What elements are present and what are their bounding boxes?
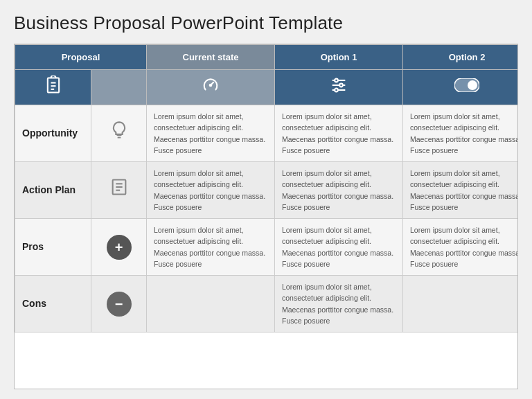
opportunity-opt2-text: Lorem ipsum dolor sit amet, consectetuer… (403, 105, 519, 162)
minus-icon: − (107, 292, 132, 317)
svg-point-13 (468, 80, 477, 90)
row-label-pros: Pros (15, 219, 91, 276)
pros-current-text: Lorem ipsum dolor sit amet, consectetuer… (147, 219, 275, 276)
sliders-icon (329, 76, 348, 95)
opt1-icon-cell (275, 70, 403, 105)
table-row: Action Plan Lorem ipsum dolor sit amet, … (15, 162, 519, 219)
page-title: Business Proposal PowerPoint Template (14, 12, 518, 34)
svg-point-9 (339, 84, 343, 87)
speedometer-icon (201, 76, 220, 95)
action-plan-opt1-text: Lorem ipsum dolor sit amet, consectetuer… (275, 162, 403, 219)
table-row: Opportunity Lorem ipsum dolor sit amet, … (15, 105, 519, 162)
row-label-action-plan: Action Plan (15, 162, 91, 219)
clipboard-icon (44, 76, 63, 95)
header-row: Proposal Current state Option 1 Option 2 (15, 45, 519, 70)
page: Business Proposal PowerPoint Template Pr… (0, 0, 532, 399)
th-opt1: Option 1 (275, 45, 403, 70)
row-label-cons: Cons (15, 276, 91, 332)
lightbulb-icon (109, 121, 129, 140)
svg-rect-0 (47, 78, 58, 93)
svg-point-8 (335, 79, 338, 82)
th-proposal: Proposal (15, 45, 147, 70)
pros-opt1-text: Lorem ipsum dolor sit amet, consectetuer… (275, 219, 403, 276)
list-icon (109, 177, 129, 197)
icon-row (15, 70, 519, 105)
proposal-icon-cell (15, 70, 91, 105)
table-row: Pros + Lorem ipsum dolor sit amet, conse… (15, 219, 519, 276)
action-plan-opt2-text: Lorem ipsum dolor sit amet, consectetuer… (403, 162, 519, 219)
proposal-table: Proposal Current state Option 1 Option 2 (15, 44, 518, 332)
pros-icon-cell: + (91, 219, 147, 276)
opt2-icon-cell (403, 70, 519, 105)
current-icon-cell (147, 70, 275, 105)
cons-opt2-text (403, 276, 519, 332)
cons-icon-cell: − (91, 276, 147, 332)
svg-point-4 (209, 84, 213, 87)
table-body: Opportunity Lorem ipsum dolor sit amet, … (15, 105, 519, 332)
svg-point-10 (335, 89, 338, 92)
cons-current-text (147, 276, 275, 332)
opportunity-icon-cell (91, 105, 147, 162)
proposal-table-wrapper: Proposal Current state Option 1 Option 2 (14, 44, 518, 389)
icon-spacer-cell (91, 70, 147, 105)
opportunity-current-text: Lorem ipsum dolor sit amet, consectetuer… (147, 105, 275, 162)
pros-opt2-text: Lorem ipsum dolor sit amet, consectetuer… (403, 219, 519, 276)
plus-icon: + (107, 235, 132, 260)
table-row: Cons − Lorem ipsum dolor sit amet, conse… (15, 276, 519, 332)
cons-opt1-text: Lorem ipsum dolor sit amet, consectetuer… (275, 276, 403, 332)
toggle-icon (454, 78, 479, 92)
th-current: Current state (147, 45, 275, 70)
th-opt2: Option 2 (403, 45, 519, 70)
row-label-opportunity: Opportunity (15, 105, 91, 162)
action-plan-icon-cell (91, 162, 147, 219)
action-plan-current-text: Lorem ipsum dolor sit amet, consectetuer… (147, 162, 275, 219)
opportunity-opt1-text: Lorem ipsum dolor sit amet, consectetuer… (275, 105, 403, 162)
